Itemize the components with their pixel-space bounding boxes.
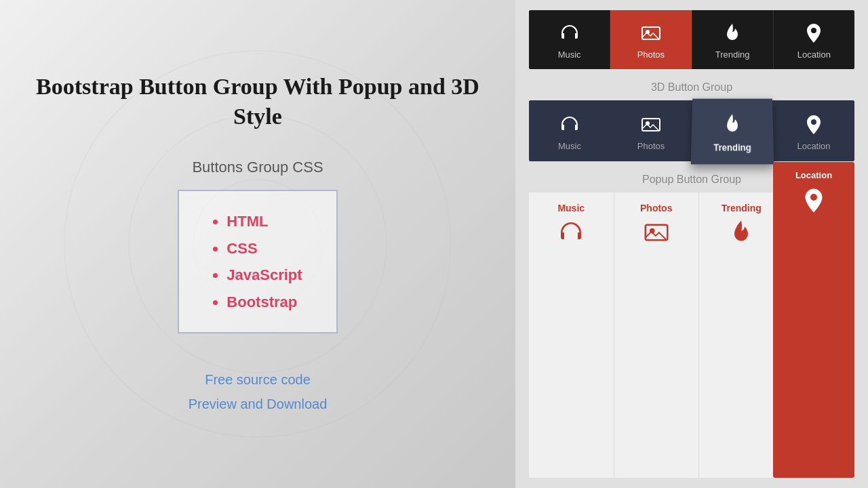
flat-btn-music-label: Music xyxy=(558,49,581,60)
flat-button-group: Music Photos Trending xyxy=(529,10,854,69)
popup-btn-location-active[interactable]: Location xyxy=(773,162,854,478)
headphones-3d-icon xyxy=(559,114,580,136)
location-popup-icon xyxy=(800,187,827,214)
3d-btn-music-label: Music xyxy=(558,141,581,151)
3d-btn-location[interactable]: Location xyxy=(773,100,854,161)
flat-btn-photos[interactable]: Photos xyxy=(610,10,692,69)
flat-btn-music[interactable]: Music xyxy=(529,10,610,69)
fire-icon xyxy=(722,22,743,44)
flat-btn-trending[interactable]: Trending xyxy=(692,10,774,69)
right-panel: Music Photos Trending xyxy=(515,0,868,488)
3d-btn-trending-label: Trending xyxy=(713,142,751,152)
subtitle: Buttons Group CSS xyxy=(192,159,323,176)
3d-btn-photos-label: Photos xyxy=(637,141,665,151)
location-3d-icon xyxy=(803,114,825,136)
3d-button-group: Music Photos Trending xyxy=(529,100,854,161)
popup-group-wrapper: Location Music Photos xyxy=(529,192,854,478)
3d-btn-trending[interactable]: Trending xyxy=(691,99,774,165)
footer-links[interactable]: Free source code Preview and Download xyxy=(189,367,328,416)
left-panel: Bootstrap Button Group With Popup and 3D… xyxy=(0,0,515,488)
main-title: Bootstrap Button Group With Popup and 3D… xyxy=(27,72,488,131)
popup-photos-label: Photos xyxy=(640,203,672,214)
fire-popup-icon xyxy=(728,219,755,246)
preview-download-link[interactable]: Preview and Download xyxy=(189,392,328,416)
list-item-js: JavaScript xyxy=(226,262,302,289)
photo-3d-icon xyxy=(640,114,662,136)
flat-btn-location-label: Location xyxy=(797,49,831,60)
headphones-popup-icon xyxy=(557,219,585,246)
3d-btn-music[interactable]: Music xyxy=(529,100,610,161)
popup-trending-label: Trending xyxy=(722,203,762,214)
popup-btn-trending[interactable]: Trending xyxy=(699,192,784,478)
popup-btn-music[interactable]: Music xyxy=(529,192,614,478)
code-list-box: HTML CSS JavaScript Bootstrap xyxy=(178,190,337,333)
location-icon xyxy=(803,22,825,44)
3d-btn-location-label: Location xyxy=(797,141,830,151)
list-item-css: CSS xyxy=(226,235,302,262)
free-source-link[interactable]: Free source code xyxy=(189,367,328,392)
list-item-html: HTML xyxy=(226,208,302,235)
photo-popup-icon xyxy=(643,219,670,246)
section-label-3d: 3D Button Group xyxy=(529,81,854,94)
flat-btn-trending-label: Trending xyxy=(715,49,750,60)
flat-btn-location[interactable]: Location xyxy=(774,10,854,69)
fire-3d-icon xyxy=(722,113,743,136)
tech-list: HTML CSS JavaScript Bootstrap xyxy=(213,208,302,315)
popup-btn-photos[interactable]: Photos xyxy=(614,192,700,478)
3d-btn-photos[interactable]: Photos xyxy=(610,100,692,161)
headphones-icon xyxy=(559,22,580,44)
list-item-bootstrap: Bootstrap xyxy=(226,289,302,316)
popup-music-label: Music xyxy=(557,203,585,214)
photo-icon xyxy=(640,22,662,44)
flat-btn-photos-label: Photos xyxy=(637,49,665,60)
popup-location-label: Location xyxy=(795,170,832,180)
